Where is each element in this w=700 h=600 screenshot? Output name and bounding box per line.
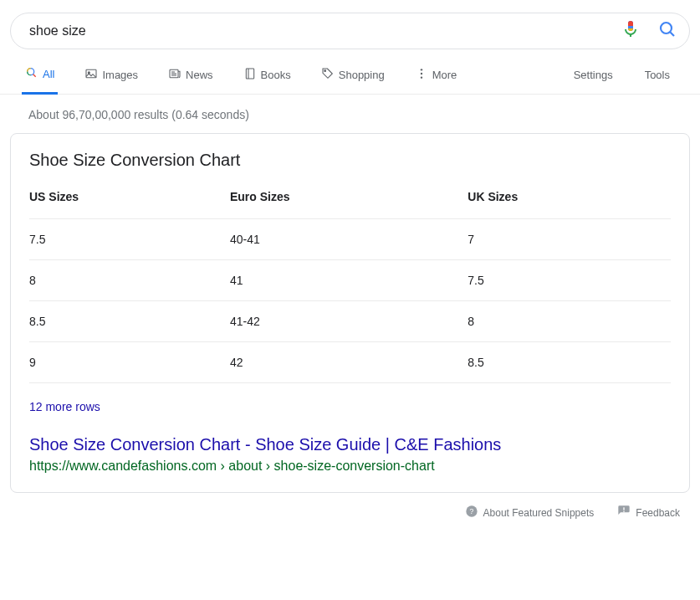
table-row: 9 42 8.5 bbox=[29, 342, 671, 383]
svg-text:?: ? bbox=[469, 507, 473, 515]
column-header: Euro Sizes bbox=[230, 190, 468, 219]
tabs-row: All Images News Books Shopping bbox=[0, 49, 700, 95]
search-input[interactable] bbox=[23, 23, 621, 38]
table-cell: 41 bbox=[230, 260, 468, 301]
svg-point-12 bbox=[324, 70, 326, 72]
tab-label: Shopping bbox=[339, 69, 385, 81]
search-icon bbox=[25, 66, 38, 82]
tab-label: Books bbox=[261, 69, 291, 81]
footer-label: About Featured Snippets bbox=[483, 507, 595, 519]
tab-label: Tools bbox=[645, 69, 670, 81]
table-cell: 8.5 bbox=[29, 301, 230, 342]
table-row: 8 41 7.5 bbox=[29, 260, 671, 301]
svg-line-3 bbox=[33, 74, 36, 77]
books-icon bbox=[243, 67, 257, 83]
tab-images[interactable]: Images bbox=[81, 59, 141, 93]
table-cell: 8 bbox=[468, 301, 671, 342]
table-cell: 40-41 bbox=[230, 219, 468, 260]
snippet-footer: ? About Featured Snippets Feedback bbox=[0, 498, 700, 521]
svg-rect-18 bbox=[624, 507, 625, 510]
feedback-link[interactable]: Feedback bbox=[617, 505, 680, 521]
svg-point-13 bbox=[421, 69, 422, 70]
svg-rect-19 bbox=[624, 511, 625, 512]
feedback-icon bbox=[617, 505, 631, 521]
news-icon bbox=[168, 67, 181, 83]
table-cell: 7 bbox=[468, 219, 671, 260]
snippet-title: Shoe Size Conversion Chart bbox=[29, 151, 671, 170]
table-cell: 41-42 bbox=[230, 301, 468, 342]
column-header: UK Sizes bbox=[468, 190, 671, 219]
table-cell: 9 bbox=[29, 342, 230, 383]
conversion-table: US Sizes Euro Sizes UK Sizes 7.5 40-41 7… bbox=[29, 190, 671, 383]
tab-label: Images bbox=[102, 69, 138, 81]
svg-rect-10 bbox=[246, 69, 253, 79]
svg-point-15 bbox=[421, 76, 422, 78]
mic-icon[interactable] bbox=[621, 19, 641, 43]
result-url[interactable]: https://www.candefashions.com › about › … bbox=[29, 459, 671, 474]
footer-label: Feedback bbox=[636, 507, 680, 519]
search-box[interactable] bbox=[10, 13, 690, 49]
tab-shopping[interactable]: Shopping bbox=[318, 59, 388, 93]
column-header: US Sizes bbox=[29, 190, 230, 219]
svg-line-1 bbox=[670, 32, 674, 36]
svg-point-14 bbox=[421, 73, 422, 74]
more-icon bbox=[415, 67, 428, 83]
tab-settings[interactable]: Settings bbox=[570, 60, 616, 91]
table-row: 7.5 40-41 7 bbox=[29, 219, 671, 260]
search-icon[interactable] bbox=[657, 19, 677, 43]
more-rows-link[interactable]: 12 more rows bbox=[29, 400, 671, 413]
table-cell: 8.5 bbox=[468, 342, 671, 383]
featured-snippet-card: Shoe Size Conversion Chart US Sizes Euro… bbox=[10, 133, 690, 493]
table-cell: 7.5 bbox=[468, 260, 671, 301]
tab-news[interactable]: News bbox=[165, 59, 217, 93]
shopping-icon bbox=[321, 67, 335, 83]
tab-all[interactable]: All bbox=[22, 58, 58, 95]
tab-label: Settings bbox=[574, 69, 613, 81]
tab-tools[interactable]: Tools bbox=[641, 60, 673, 91]
help-icon: ? bbox=[465, 505, 478, 521]
tab-label: News bbox=[186, 69, 213, 81]
tab-books[interactable]: Books bbox=[240, 59, 294, 93]
svg-point-0 bbox=[661, 23, 672, 33]
table-header-row: US Sizes Euro Sizes UK Sizes bbox=[29, 190, 671, 219]
table-cell: 8 bbox=[29, 260, 230, 301]
about-snippets-link[interactable]: ? About Featured Snippets bbox=[465, 505, 595, 521]
images-icon bbox=[84, 67, 98, 83]
tab-label: More bbox=[432, 69, 457, 81]
tab-more[interactable]: More bbox=[411, 59, 461, 93]
table-cell: 42 bbox=[230, 342, 468, 383]
table-row: 8.5 41-42 8 bbox=[29, 301, 671, 342]
result-title-link[interactable]: Shoe Size Conversion Chart - Shoe Size G… bbox=[29, 433, 671, 455]
tab-label: All bbox=[43, 68, 54, 80]
result-stats: About 96,70,00,000 results (0.64 seconds… bbox=[0, 95, 700, 133]
table-cell: 7.5 bbox=[29, 219, 230, 260]
